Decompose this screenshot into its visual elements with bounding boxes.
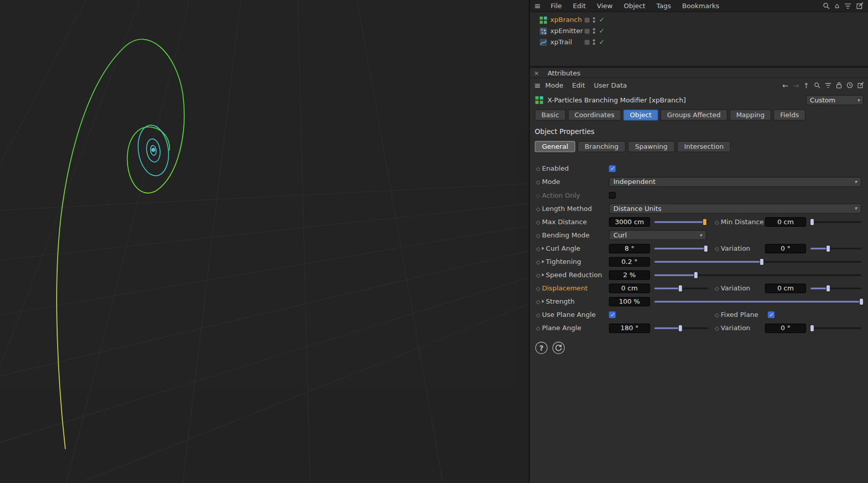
object-row-xptrail[interactable]: xpTrail ✓: [530, 37, 868, 48]
menu-edit[interactable]: Edit: [567, 0, 591, 12]
viewport-3d[interactable]: [0, 0, 530, 483]
keyframe-diamond-icon[interactable]: ◇: [713, 245, 721, 251]
parent-up-icon[interactable]: ↑: [803, 82, 809, 89]
object-name[interactable]: xpTrail: [550, 38, 584, 46]
keyframe-diamond-icon[interactable]: ◇: [713, 312, 721, 318]
menu-object[interactable]: Object: [618, 0, 651, 12]
tightening-input[interactable]: 0.2 °: [609, 257, 650, 266]
displacement-slider[interactable]: [654, 284, 708, 292]
min-distance-input[interactable]: 0 cm: [765, 217, 806, 226]
subtab-branching[interactable]: Branching: [577, 141, 625, 152]
plane-angle-slider[interactable]: [654, 324, 708, 332]
keyframe-diamond-icon[interactable]: ◇: [713, 219, 721, 225]
layer-tag-icon[interactable]: [584, 17, 590, 22]
filter-icon[interactable]: [844, 3, 851, 9]
visibility-dots[interactable]: [593, 28, 595, 34]
history-back-icon[interactable]: ←: [782, 82, 788, 89]
expander-icon[interactable]: [542, 300, 544, 303]
displacement-input[interactable]: 0 cm: [609, 283, 650, 292]
help-button[interactable]: ?: [535, 342, 548, 354]
history-forward-icon[interactable]: →: [793, 82, 799, 89]
curl-angle-input[interactable]: 8 °: [609, 244, 650, 253]
object-row-xpbranch[interactable]: xpBranch ✓: [530, 14, 868, 25]
keyframe-diamond-icon[interactable]: ◇: [534, 166, 542, 172]
clock-icon[interactable]: [847, 82, 853, 89]
subtab-general[interactable]: General: [535, 141, 576, 152]
object-name[interactable]: xpBranch: [550, 16, 584, 23]
plane-angle-input[interactable]: 180 °: [609, 323, 650, 332]
keyframe-diamond-icon[interactable]: ◇: [534, 179, 542, 185]
keyframe-diamond-icon[interactable]: ◇: [713, 325, 721, 331]
subtab-spawning[interactable]: Spawning: [628, 141, 675, 152]
tab-mapping[interactable]: Mapping: [729, 110, 771, 121]
strength-slider[interactable]: [654, 297, 861, 306]
compose-icon[interactable]: [857, 82, 864, 89]
layer-tag-icon[interactable]: [584, 40, 590, 45]
visibility-dots[interactable]: [593, 17, 595, 23]
use-plane-angle-checkbox[interactable]: ✓: [609, 311, 616, 318]
tab-basic[interactable]: Basic: [535, 110, 566, 121]
reset-button[interactable]: [552, 342, 565, 354]
close-icon[interactable]: ×: [530, 69, 543, 76]
mode-menu[interactable]: Mode: [545, 82, 563, 89]
home-icon[interactable]: ⌂: [835, 2, 839, 9]
user-data-menu[interactable]: User Data: [594, 82, 627, 89]
menu-file[interactable]: File: [545, 0, 568, 12]
max-distance-slider[interactable]: [654, 218, 708, 226]
keyframe-diamond-icon[interactable]: ◇: [534, 272, 542, 278]
tab-groups-affected[interactable]: Groups Affected: [660, 110, 727, 121]
plane-variation-slider[interactable]: [810, 324, 861, 332]
keyframe-diamond-icon[interactable]: ◇: [534, 325, 542, 331]
action-only-checkbox[interactable]: [609, 192, 616, 199]
search-icon[interactable]: [814, 82, 821, 89]
strength-input[interactable]: 100 %: [609, 297, 650, 306]
max-distance-input[interactable]: 3000 cm: [609, 217, 650, 226]
menu-view[interactable]: View: [591, 0, 618, 12]
edit-menu[interactable]: Edit: [572, 82, 585, 89]
object-enabled-check-icon[interactable]: ✓: [599, 38, 605, 46]
filter-icon[interactable]: [825, 82, 831, 88]
tightening-slider[interactable]: [654, 257, 861, 266]
subtab-intersection[interactable]: Intersection: [677, 141, 731, 152]
tab-object[interactable]: Object: [623, 110, 658, 121]
keyframe-diamond-icon[interactable]: ◇: [534, 312, 542, 318]
length-method-dropdown[interactable]: Distance Units ▾: [609, 203, 861, 213]
expander-icon[interactable]: [542, 260, 544, 263]
visibility-dots[interactable]: [593, 39, 595, 45]
expander-icon[interactable]: [542, 273, 544, 277]
menu-bookmarks[interactable]: Bookmarks: [677, 0, 725, 12]
hamburger-icon[interactable]: ≡: [530, 81, 545, 89]
keyframe-diamond-icon[interactable]: ◇: [534, 232, 542, 238]
displacement-variation-input[interactable]: 0 cm: [765, 283, 806, 292]
expander-icon[interactable]: [542, 247, 544, 250]
keyframe-diamond-icon[interactable]: ◇: [534, 219, 542, 225]
compose-icon[interactable]: [856, 2, 863, 9]
speed-reduction-input[interactable]: 2 %: [609, 270, 650, 279]
bending-mode-dropdown[interactable]: Curl ▾: [609, 230, 706, 240]
curl-variation-slider[interactable]: [810, 244, 861, 253]
min-distance-slider[interactable]: [810, 218, 861, 226]
tab-coordinates[interactable]: Coordinates: [568, 110, 621, 121]
mode-dropdown[interactable]: Independent ▾: [609, 177, 861, 187]
displacement-variation-slider[interactable]: [810, 284, 861, 292]
keyframe-diamond-icon[interactable]: ◇: [534, 192, 542, 198]
object-enabled-check-icon[interactable]: ✓: [599, 16, 605, 23]
keyframe-diamond-icon[interactable]: ◇: [534, 245, 542, 251]
enabled-checkbox[interactable]: ✓: [609, 166, 616, 172]
layer-tag-icon[interactable]: [584, 29, 590, 34]
plane-variation-input[interactable]: 0 °: [765, 323, 806, 332]
keyframe-diamond-icon[interactable]: ◇: [534, 258, 542, 264]
object-enabled-check-icon[interactable]: ✓: [599, 27, 605, 35]
menu-tags[interactable]: Tags: [651, 0, 677, 12]
search-icon[interactable]: [823, 2, 830, 9]
object-name[interactable]: xpEmitter: [550, 27, 584, 35]
tab-fields[interactable]: Fields: [774, 110, 806, 121]
keyframe-diamond-icon[interactable]: ◇: [534, 205, 542, 211]
keyframe-diamond-icon[interactable]: ◇: [534, 299, 542, 305]
lock-icon[interactable]: [836, 82, 842, 89]
curl-angle-slider[interactable]: [654, 244, 708, 253]
fixed-plane-checkbox[interactable]: ✓: [768, 311, 775, 318]
preset-dropdown[interactable]: Custom ▾: [806, 95, 863, 105]
keyframe-diamond-icon[interactable]: ◇: [534, 285, 542, 291]
keyframe-diamond-icon[interactable]: ◇: [713, 285, 721, 291]
